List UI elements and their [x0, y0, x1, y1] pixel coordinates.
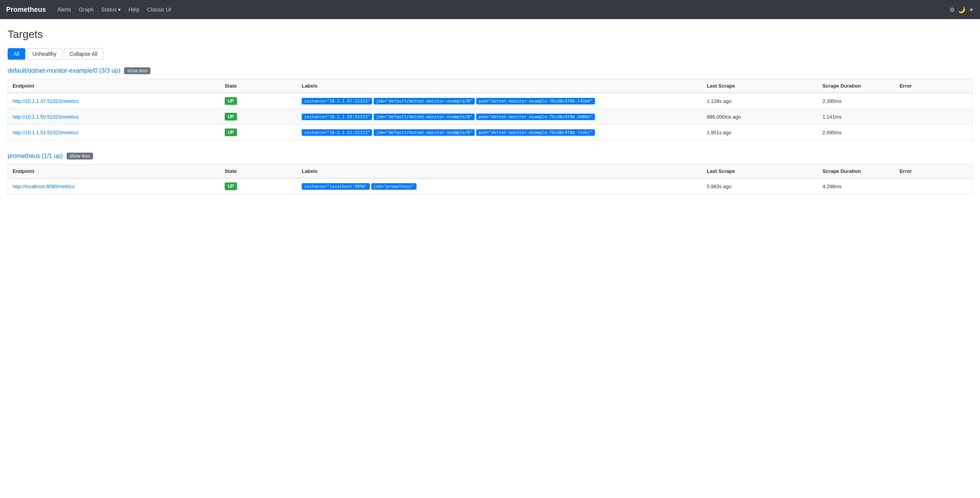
label-badge: job="default/dotnet-monitor-example/0" [374, 129, 475, 136]
show-less-button-1[interactable]: show less [67, 153, 93, 159]
nav-status-label: Status [101, 7, 117, 13]
error-cell [895, 93, 972, 109]
col-header-endpoint: Endpoint [8, 164, 220, 179]
label-badge: instance="localhost:9090" [302, 183, 370, 190]
section-title-link-0[interactable]: default/dotnet-monitor-example/0 (3/3 up… [8, 67, 120, 74]
col-header-last-scrape: Last Scrape [702, 79, 818, 93]
sun-icon[interactable]: ☀ [969, 6, 974, 13]
scrape-duration: 1.141ms [818, 109, 895, 125]
sections-container: default/dotnet-monitor-example/0 (3/3 up… [8, 67, 972, 194]
show-less-button-0[interactable]: show less [124, 67, 150, 74]
label-badges: instance="localhost:9090"job="prometheus… [302, 183, 697, 190]
nav-classic-ui[interactable]: Classic UI [147, 5, 171, 14]
state-badge: UP [225, 113, 237, 120]
navbar-right: ⚙ 🌙 ☀ [949, 6, 974, 13]
col-header-state: State [220, 79, 297, 93]
nav-graph[interactable]: Graph [79, 5, 94, 14]
col-header-state: State [220, 164, 297, 179]
section-dotnet-section: default/dotnet-monitor-example/0 (3/3 up… [8, 67, 972, 140]
label-badge: instance="10.1.1.51:52323" [302, 129, 372, 136]
col-header-labels: Labels [297, 164, 702, 179]
table-row: http://localhost:9090/metricsUPinstance=… [8, 178, 972, 194]
settings-icon[interactable]: ⚙ [949, 6, 955, 13]
last-scrape: 1.951s ago [702, 125, 818, 140]
moon-icon[interactable]: 🌙 [958, 6, 965, 13]
unhealthy-button[interactable]: Unhealthy [27, 48, 62, 60]
col-header-labels: Labels [297, 79, 702, 93]
endpoint-link[interactable]: http://10.1.1.47:52323/metrics [13, 98, 78, 104]
label-badge: instance="10.1.1.50:52323" [302, 114, 372, 120]
last-scrape: 5.983s ago [702, 178, 818, 194]
nav-status-dropdown[interactable]: Status ▾ [101, 7, 121, 13]
label-badge: job="prometheus" [371, 183, 416, 190]
nav-help[interactable]: Help [128, 5, 139, 14]
navbar-brand[interactable]: Prometheus [6, 6, 46, 14]
scrape-duration: 2.095ms [818, 125, 895, 140]
endpoint-link[interactable]: http://10.1.1.50:52323/metrics [13, 114, 78, 120]
section-prometheus-section: prometheus (1/1 up)show lessEndpointStat… [8, 153, 972, 194]
label-badge: job="default/dotnet-monitor-example/0" [374, 98, 475, 104]
table-row: http://10.1.1.50:52323/metricsUPinstance… [8, 109, 972, 125]
section-title-link-1[interactable]: prometheus (1/1 up) [8, 153, 63, 159]
col-header-last-scrape: Last Scrape [702, 164, 818, 179]
state-badge: UP [225, 129, 237, 136]
chevron-down-icon: ▾ [118, 7, 121, 13]
nav-alerts[interactable]: Alerts [57, 5, 71, 14]
targets-table-1: EndpointStateLabelsLast ScrapeScrape Dur… [8, 164, 972, 194]
col-header-scrape-duration: Scrape Duration [818, 79, 895, 93]
label-badges: instance="10.1.1.51:52323"job="default/d… [302, 129, 697, 136]
error-cell [895, 125, 972, 140]
col-header-error: Error [895, 79, 972, 93]
col-header-endpoint: Endpoint [8, 79, 220, 93]
label-badge: pod="dotnet-monitor-example-76cd8c4f8b-l… [476, 98, 595, 104]
table-row: http://10.1.1.51:52323/metricsUPinstance… [8, 125, 972, 140]
endpoint-link[interactable]: http://localhost:9090/metrics [13, 184, 75, 189]
label-badges: instance="10.1.1.47:52323"job="default/d… [302, 98, 697, 104]
error-cell [895, 109, 972, 125]
section-title-1: prometheus (1/1 up)show less [8, 153, 972, 159]
state-badge: UP [225, 97, 237, 105]
scrape-duration: 2.395ms [818, 93, 895, 109]
last-scrape: 1.128s ago [702, 93, 818, 109]
endpoint-link[interactable]: http://10.1.1.51:52323/metrics [13, 130, 78, 135]
filter-buttons: All Unhealthy Collapse All [8, 48, 972, 60]
state-badge: UP [225, 182, 237, 190]
navbar: Prometheus Alerts Graph Status ▾ Help Cl… [0, 0, 980, 19]
label-badges: instance="10.1.1.50:52323"job="default/d… [302, 114, 697, 120]
error-cell [895, 178, 972, 194]
page-title: Targets [8, 28, 972, 41]
last-scrape: 886.000ms ago [702, 109, 818, 125]
scrape-duration: 4.298ms [818, 178, 895, 194]
label-badge: job="default/dotnet-monitor-example/0" [374, 114, 475, 120]
col-header-scrape-duration: Scrape Duration [818, 164, 895, 179]
label-badge: pod="dotnet-monitor-example-76cd8c4f8b-d… [476, 114, 595, 120]
main-content: Targets All Unhealthy Collapse All defau… [0, 19, 980, 216]
label-badge: instance="10.1.1.47:52323" [302, 98, 372, 104]
col-header-error: Error [895, 164, 972, 179]
all-button[interactable]: All [8, 48, 25, 60]
table-row: http://10.1.1.47:52323/metricsUPinstance… [8, 93, 972, 109]
targets-table-0: EndpointStateLabelsLast ScrapeScrape Dur… [8, 79, 972, 140]
section-title-0: default/dotnet-monitor-example/0 (3/3 up… [8, 67, 972, 74]
collapse-all-button[interactable]: Collapse All [64, 48, 103, 60]
label-badge: pod="dotnet-monitor-example-76cd8c4f8b-l… [476, 129, 595, 136]
